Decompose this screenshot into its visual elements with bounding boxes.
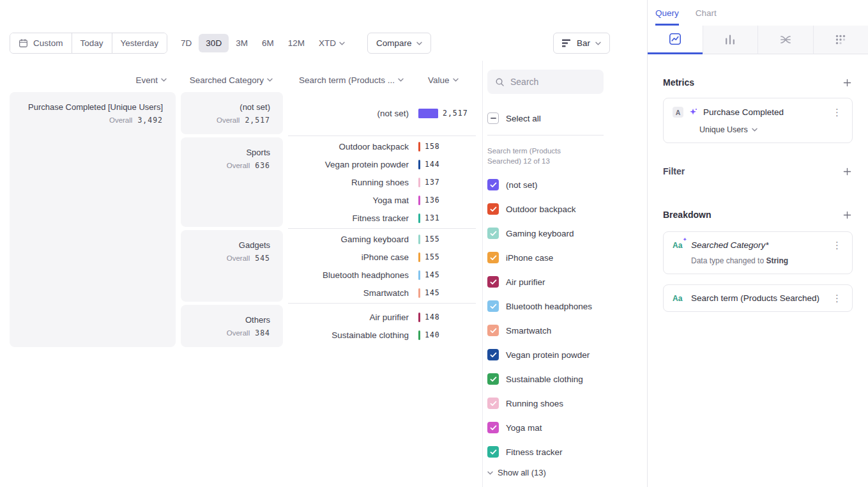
checked-checkbox[interactable] bbox=[487, 422, 499, 433]
category-name: (not set) bbox=[186, 102, 270, 112]
tab-insights[interactable] bbox=[648, 26, 703, 54]
range-6m-button[interactable]: 6M bbox=[255, 34, 281, 52]
string-type-icon: Aa bbox=[673, 294, 685, 303]
measure-dropdown[interactable]: Unique Users bbox=[673, 125, 843, 134]
legend-label: Sustainable clothing bbox=[506, 375, 583, 384]
tab-flows[interactable] bbox=[758, 26, 813, 54]
checked-checkbox[interactable] bbox=[487, 228, 499, 239]
range-3m-button[interactable]: 3M bbox=[229, 34, 255, 52]
checked-checkbox[interactable] bbox=[487, 398, 499, 409]
data-row[interactable]: Gaming keyboard155 bbox=[283, 230, 440, 248]
legend-label: Gaming keyboard bbox=[506, 229, 574, 238]
search-term-label: Fitness tracker bbox=[283, 213, 409, 223]
metric-menu-button[interactable]: ⋮ bbox=[831, 107, 843, 117]
chevron-down-icon bbox=[398, 78, 404, 82]
tab-chart[interactable]: Chart bbox=[696, 0, 717, 26]
checked-checkbox[interactable] bbox=[487, 252, 499, 263]
column-header-search-term[interactable]: Search term (Products ... bbox=[283, 75, 409, 85]
range-buttons: 7D30D3M6M12MXTD bbox=[174, 34, 352, 52]
legend-list: (not set)Outdoor backpackGaming keyboard… bbox=[487, 173, 604, 464]
legend-label: Air purifier bbox=[506, 277, 545, 287]
range-30d-button[interactable]: 30D bbox=[199, 34, 229, 52]
yesterday-button[interactable]: Yesterday bbox=[112, 33, 167, 53]
range-12m-button[interactable]: 12M bbox=[281, 34, 312, 52]
select-all-toggle[interactable]: Select all bbox=[487, 109, 604, 127]
legend-item[interactable]: Air purifier bbox=[487, 270, 604, 294]
legend-item[interactable]: Gaming keyboard bbox=[487, 221, 604, 245]
range-7d-button[interactable]: 7D bbox=[174, 34, 199, 52]
category-overall: Overall636 bbox=[186, 161, 270, 170]
breakdown-menu-button[interactable]: ⋮ bbox=[831, 293, 843, 303]
checked-checkbox[interactable] bbox=[487, 179, 499, 190]
checked-checkbox[interactable] bbox=[487, 446, 499, 458]
custom-date-button[interactable]: Custom bbox=[10, 33, 72, 53]
category-name: Gadgets bbox=[186, 240, 270, 250]
legend-item[interactable]: (not set) bbox=[487, 173, 604, 197]
breakdown-card-searched-category[interactable]: Aa✦ Searched Category* ⋮ Data type chang… bbox=[663, 231, 853, 274]
legend-item[interactable]: Sustainable clothing bbox=[487, 367, 604, 391]
data-row[interactable]: Outdoor backpack158 bbox=[283, 137, 440, 155]
show-all-button[interactable]: Show all (13) bbox=[487, 468, 604, 477]
checked-checkbox[interactable] bbox=[487, 349, 499, 360]
data-row[interactable]: Yoga mat136 bbox=[283, 191, 440, 209]
legend-item[interactable]: Running shoes bbox=[487, 391, 604, 415]
chevron-down-icon bbox=[595, 42, 601, 45]
data-row[interactable]: Fitness tracker131 bbox=[283, 209, 440, 227]
column-header-value[interactable]: Value bbox=[409, 75, 459, 85]
tab-funnels[interactable] bbox=[703, 26, 758, 54]
value-bar bbox=[418, 213, 420, 223]
legend-item[interactable]: iPhone case bbox=[487, 245, 604, 270]
data-row[interactable]: Smartwatch145 bbox=[283, 284, 440, 302]
today-button[interactable]: Today bbox=[72, 33, 112, 53]
legend-item[interactable]: Fitness tracker bbox=[487, 440, 604, 464]
category-cell: GadgetsOverall545 bbox=[181, 230, 283, 302]
data-row[interactable]: Sustainable clothing140 bbox=[283, 326, 440, 344]
checked-checkbox[interactable] bbox=[487, 276, 499, 288]
search-term-label: Sustainable clothing bbox=[283, 330, 409, 340]
legend-item[interactable]: Smartwatch bbox=[487, 318, 604, 343]
value-bar bbox=[418, 196, 420, 205]
tab-query[interactable]: Query bbox=[655, 0, 679, 26]
data-row[interactable]: Running shoes137 bbox=[283, 173, 440, 191]
checked-checkbox[interactable] bbox=[487, 325, 499, 336]
chart-type-button[interactable]: Bar bbox=[553, 33, 610, 54]
legend-item[interactable]: Vegan protein powder bbox=[487, 343, 604, 367]
add-filter-button[interactable] bbox=[842, 166, 853, 177]
data-row[interactable]: Air purifier148 bbox=[283, 308, 440, 326]
range-xtd-button[interactable]: XTD bbox=[312, 34, 352, 52]
value-bar bbox=[418, 252, 420, 262]
legend-item[interactable]: Yoga mat bbox=[487, 415, 604, 440]
column-header-event[interactable]: Event bbox=[10, 75, 176, 85]
add-metric-button[interactable] bbox=[842, 77, 853, 88]
metric-card[interactable]: A Purchase Completed ⋮ Unique Users bbox=[663, 98, 853, 143]
data-row[interactable]: (not set)2,517 bbox=[283, 104, 468, 122]
breakdown-group: SportsOverall636Outdoor backpack158Vegan… bbox=[181, 137, 476, 227]
checked-checkbox[interactable] bbox=[487, 373, 499, 385]
value-label: 137 bbox=[425, 178, 440, 187]
checked-checkbox[interactable] bbox=[487, 203, 499, 215]
add-breakdown-button[interactable] bbox=[842, 210, 853, 220]
value-cell: 155 bbox=[418, 235, 440, 244]
metric-event-name: Purchase Completed bbox=[703, 107, 825, 117]
breakdown-menu-button[interactable]: ⋮ bbox=[831, 240, 843, 250]
breakdown-card-search-term[interactable]: Aa Search term (Products Searched) ⋮ bbox=[663, 284, 853, 312]
column-header-searched-category[interactable]: Searched Category bbox=[181, 75, 283, 85]
metrics-title: Metrics bbox=[663, 77, 694, 88]
checked-checkbox[interactable] bbox=[487, 300, 499, 312]
tab-retention[interactable] bbox=[813, 26, 868, 54]
value-cell: 145 bbox=[418, 288, 440, 298]
toolbar: Custom Today Yesterday 7D30D3M6M12MXTD C… bbox=[10, 33, 610, 54]
category-overall: Overall384 bbox=[186, 329, 270, 337]
value-label: 140 bbox=[425, 330, 440, 339]
legend-item[interactable]: Bluetooth headphones bbox=[487, 294, 604, 318]
search-input[interactable] bbox=[510, 77, 596, 87]
search-term-label: Gaming keyboard bbox=[283, 235, 409, 244]
data-row[interactable]: iPhone case155 bbox=[283, 248, 440, 266]
value-cell: 2,517 bbox=[418, 109, 468, 118]
value-rows: Gaming keyboard155iPhone case155Bluetoot… bbox=[283, 230, 440, 302]
value-label: 144 bbox=[425, 160, 440, 169]
data-row[interactable]: Bluetooth headphones145 bbox=[283, 266, 440, 284]
compare-button[interactable]: Compare bbox=[367, 33, 432, 54]
data-row[interactable]: Vegan protein powder144 bbox=[283, 155, 440, 173]
legend-item[interactable]: Outdoor backpack bbox=[487, 197, 604, 221]
